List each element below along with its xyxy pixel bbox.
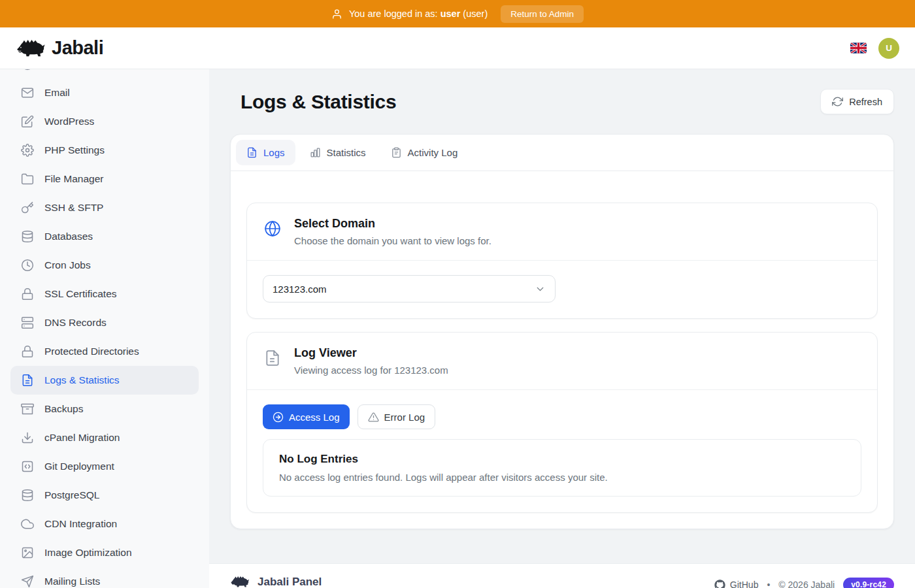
file-text-icon xyxy=(246,147,258,158)
select-domain-card: Select Domain Choose the domain you want… xyxy=(246,203,878,319)
sidebar-item-php-settings[interactable]: PHP Settings xyxy=(10,136,199,165)
sidebar-item-cdn-integration[interactable]: CDN Integration xyxy=(10,510,199,538)
empty-log-state: No Log Entries No access log entries fou… xyxy=(263,439,861,497)
tab-logs[interactable]: Logs xyxy=(236,140,295,165)
language-flag-icon[interactable] xyxy=(850,42,867,54)
sidebar-item-label: SSH & SFTP xyxy=(44,202,103,214)
version-badge: v0.9-rc42 xyxy=(843,578,894,588)
mail-icon xyxy=(21,86,34,99)
sidebar-item-image-optimization[interactable]: Image Optimization xyxy=(10,538,199,567)
empty-log-message: No access log entries found. Logs will a… xyxy=(279,472,845,483)
archive-icon xyxy=(21,402,34,416)
database-icon xyxy=(21,489,34,502)
boar-logo-icon xyxy=(230,575,250,588)
sidebar-item-label: DNS Records xyxy=(44,317,107,329)
sidebar-nav: Email WordPress PHP Settings File Manage… xyxy=(0,69,209,588)
footer-copyright: © 2026 Jabali xyxy=(778,580,835,588)
file-text-icon xyxy=(21,374,34,387)
logs-panel-card: Logs Statistics Activity Log xyxy=(230,134,894,529)
refresh-label: Refresh xyxy=(849,97,882,107)
sidebar-item-git-deployment[interactable]: Git Deployment xyxy=(10,452,199,481)
return-to-admin-button[interactable]: Return to Admin xyxy=(501,5,584,23)
error-log-button[interactable]: Error Log xyxy=(358,404,436,429)
log-viewer-card: Log Viewer Viewing access log for 123123… xyxy=(246,332,878,513)
user-avatar[interactable]: U xyxy=(878,38,899,59)
sidebar-item-ssl-certificates[interactable]: SSL Certificates xyxy=(10,280,199,308)
sidebar-item-wordpress[interactable]: WordPress xyxy=(10,107,199,136)
image-icon xyxy=(21,546,34,559)
lock-icon xyxy=(21,287,34,301)
lock-icon xyxy=(21,345,34,358)
log-viewer-title: Log Viewer xyxy=(294,346,448,360)
sidebar-item-label: Email xyxy=(44,87,70,99)
alert-triangle-icon xyxy=(368,412,379,423)
globe-icon xyxy=(264,220,281,237)
sidebar-item-file-manager[interactable]: File Manager xyxy=(10,165,199,193)
log-viewer-subtitle: Viewing access log for 123123.com xyxy=(294,365,448,376)
file-text-icon xyxy=(264,350,281,367)
send-icon xyxy=(21,575,34,588)
sidebar-item-ssh-sftp[interactable]: SSH & SFTP xyxy=(10,193,199,222)
sidebar-item-label: Databases xyxy=(44,231,93,242)
sidebar-item-label: Git Deployment xyxy=(44,461,114,472)
sidebar-item-label: Cron Jobs xyxy=(44,259,91,271)
impersonation-text: You are logged in as: user (user) xyxy=(349,8,488,19)
tab-label: Statistics xyxy=(327,147,366,158)
sidebar-item-email[interactable]: Email xyxy=(10,78,199,107)
folder-icon xyxy=(21,172,34,186)
user-icon xyxy=(331,8,342,20)
tab-statistics[interactable]: Statistics xyxy=(299,140,376,165)
sidebar-item-label: Image Optimization xyxy=(44,547,132,559)
sidebar-item-protected-directories[interactable]: Protected Directories xyxy=(10,337,199,366)
clock-icon xyxy=(21,259,34,272)
chevron-down-icon xyxy=(535,284,546,295)
sidebar-item-partial[interactable] xyxy=(10,69,199,78)
database-icon xyxy=(21,230,34,243)
select-domain-title: Select Domain xyxy=(294,217,491,231)
boar-logo-icon xyxy=(16,38,46,59)
tab-label: Logs xyxy=(263,147,285,158)
page-title: Logs & Statistics xyxy=(241,91,396,113)
sidebar-item-label: SSL Certificates xyxy=(44,288,117,300)
sidebar-item-dns-records[interactable]: DNS Records xyxy=(10,308,199,337)
impersonated-username: user xyxy=(441,8,461,19)
server-icon xyxy=(21,316,34,329)
code-icon xyxy=(21,460,34,473)
access-log-button[interactable]: Access Log xyxy=(263,404,350,429)
tab-label: Activity Log xyxy=(408,147,458,158)
globe-icon xyxy=(21,69,34,71)
refresh-icon xyxy=(832,96,843,107)
domain-select-value: 123123.com xyxy=(273,284,327,295)
sidebar-item-logs-statistics[interactable]: Logs & Statistics xyxy=(10,366,199,395)
github-label: GitHub xyxy=(730,580,759,588)
sidebar-item-label: cPanel Migration xyxy=(44,432,120,444)
sidebar-item-backups[interactable]: Backups xyxy=(10,395,199,423)
footer-separator: • xyxy=(767,580,770,588)
sidebar-item-cpanel-migration[interactable]: cPanel Migration xyxy=(10,423,199,452)
main-content: Logs & Statistics Refresh Logs Statistic… xyxy=(209,69,915,588)
tab-activity-log[interactable]: Activity Log xyxy=(380,140,469,165)
sidebar-item-cron-jobs[interactable]: Cron Jobs xyxy=(10,251,199,280)
access-log-label: Access Log xyxy=(289,412,340,423)
sidebar-item-label: Backups xyxy=(44,403,83,415)
sidebar-item-postgresql[interactable]: PostgreSQL xyxy=(10,481,199,510)
key-icon xyxy=(21,201,34,214)
download-icon xyxy=(21,431,34,444)
impersonated-role: (user) xyxy=(463,8,488,19)
select-domain-subtitle: Choose the domain you want to view logs … xyxy=(294,235,491,246)
sidebar-item-mailing-lists[interactable]: Mailing Lists xyxy=(10,567,199,588)
error-log-label: Error Log xyxy=(384,412,425,423)
gear-icon xyxy=(21,144,34,157)
github-icon xyxy=(714,580,725,588)
brand-logo[interactable]: Jabali xyxy=(16,37,103,59)
app-footer: Jabali Panel GitHub • © 2026 Jabali v0.9… xyxy=(209,563,915,588)
sidebar-item-label: CDN Integration xyxy=(44,518,117,530)
tab-bar: Logs Statistics Activity Log xyxy=(231,135,893,171)
refresh-button[interactable]: Refresh xyxy=(820,89,894,114)
brand-name: Jabali xyxy=(52,37,103,59)
domain-select[interactable]: 123123.com xyxy=(263,275,556,302)
clipboard-icon xyxy=(391,147,402,158)
sidebar-item-databases[interactable]: Databases xyxy=(10,222,199,251)
sidebar-item-label: Mailing Lists xyxy=(44,576,100,587)
github-link[interactable]: GitHub xyxy=(714,580,759,588)
